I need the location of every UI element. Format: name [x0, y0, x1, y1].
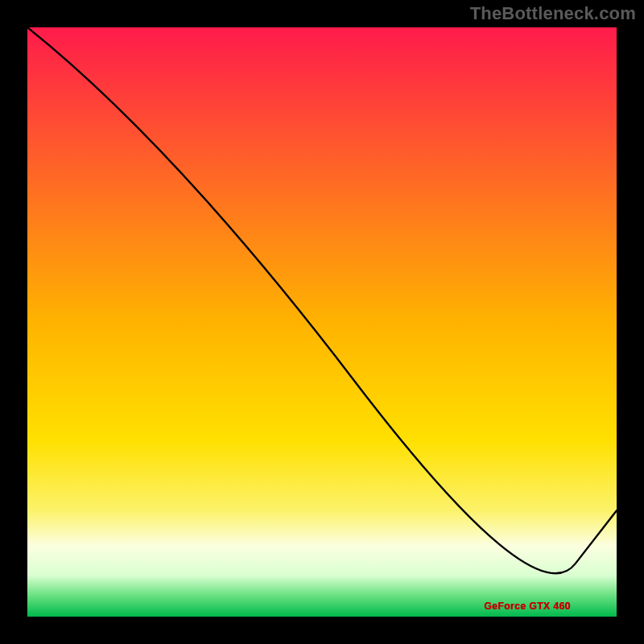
min-annotation: GeForce GTX 460: [484, 601, 571, 612]
watermark-text: TheBottleneck.com: [470, 3, 636, 24]
plot-svg: [27, 27, 617, 617]
chart-frame: TheBottleneck.com GeForce GTX 460: [0, 0, 644, 644]
gradient-background: [27, 27, 617, 617]
plot-area: GeForce GTX 460: [27, 27, 617, 617]
